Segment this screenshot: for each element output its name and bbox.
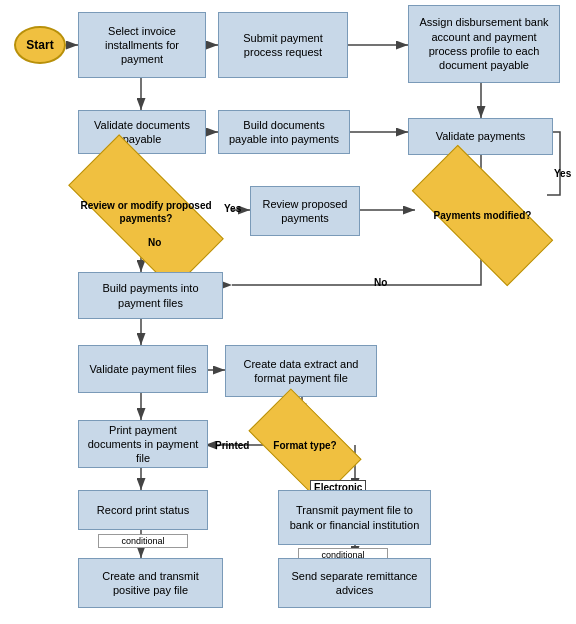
box-build-docs: Build documents payable into payments	[218, 110, 350, 154]
box-assign-disbursement: Assign disbursement bank account and pay…	[408, 5, 560, 83]
badge-conditional-1: conditional	[98, 534, 188, 548]
diamond-review: Review or modify proposed payments?	[72, 176, 220, 248]
box-create-extract: Create data extract and format payment f…	[225, 345, 377, 397]
box-print-docs: Print payment documents in payment file	[78, 420, 208, 468]
start-node: Start	[14, 26, 66, 64]
box-remittance: Send separate remittance advices	[278, 558, 431, 608]
label-yes2: Yes	[554, 168, 571, 179]
label-no2: No	[374, 277, 387, 288]
flowchart: Start Select invoice installments for pa…	[0, 0, 576, 624]
diamond-format-type: Format type?	[255, 415, 355, 475]
diamond-payments-modified: Payments modified?	[415, 183, 550, 248]
box-record-print: Record print status	[78, 490, 208, 530]
label-printed: Printed	[215, 440, 249, 451]
box-positive-pay: Create and transmit positive pay file	[78, 558, 223, 608]
box-build-payments: Build payments into payment files	[78, 272, 223, 319]
label-yes1: Yes	[224, 203, 241, 214]
box-submit-payment: Submit payment process request	[218, 12, 348, 78]
box-review-proposed: Review proposed payments	[250, 186, 360, 236]
box-select-invoice: Select invoice installments for payment	[78, 12, 206, 78]
box-validate-docs: Validate documents payable	[78, 110, 206, 154]
box-validate-files: Validate payment files	[78, 345, 208, 393]
box-validate-payments: Validate payments	[408, 118, 553, 155]
box-transmit-payment: Transmit payment file to bank or financi…	[278, 490, 431, 545]
